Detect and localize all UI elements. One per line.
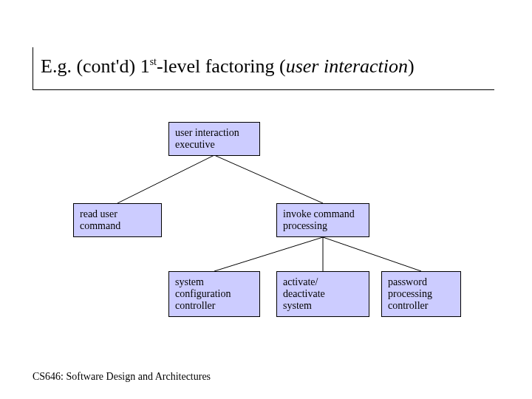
svg-line-1 xyxy=(214,155,323,203)
title-italic: user interaction xyxy=(286,55,408,77)
footer-text: CS646: Software Design and Architectures xyxy=(33,371,211,383)
title-part-post: ) xyxy=(408,55,415,77)
node-c1-line3: controller xyxy=(175,300,215,311)
node-right-line1: invoke command xyxy=(283,208,355,219)
node-read-user-command: read user command xyxy=(73,203,162,237)
title-part-mid: -level factoring ( xyxy=(157,55,286,77)
node-c2-line2: deactivate xyxy=(283,288,325,299)
node-c3-line3: controller xyxy=(388,300,428,311)
title-superscript: st xyxy=(150,56,157,67)
node-left-line2: command xyxy=(80,220,120,231)
node-c2-line3: system xyxy=(283,300,312,311)
node-c3-line1: password xyxy=(388,276,427,287)
node-left-line1: read user xyxy=(80,208,117,219)
node-root: user interaction executive xyxy=(168,122,260,156)
node-c1-line2: configuration xyxy=(175,288,231,299)
node-c3-line2: processing xyxy=(388,288,432,299)
node-right-line2: processing xyxy=(283,220,327,231)
node-password-processing-controller: password processing controller xyxy=(381,271,461,317)
slide: E.g. (cont'd) 1st-level factoring (user … xyxy=(0,0,532,399)
title-part-pre: E.g. (cont'd) 1 xyxy=(41,55,150,77)
svg-line-0 xyxy=(117,155,214,203)
node-c1-line1: system xyxy=(175,276,204,287)
svg-line-4 xyxy=(323,237,421,271)
node-activate-deactivate-system: activate/ deactivate system xyxy=(276,271,369,317)
page-title: E.g. (cont'd) 1st-level factoring (user … xyxy=(41,56,494,78)
title-container: E.g. (cont'd) 1st-level factoring (user … xyxy=(33,47,494,90)
node-root-line2: executive xyxy=(175,139,215,150)
node-system-configuration-controller: system configuration controller xyxy=(168,271,260,317)
svg-line-2 xyxy=(214,237,323,271)
node-invoke-command-processing: invoke command processing xyxy=(276,203,369,237)
node-c2-line1: activate/ xyxy=(283,276,318,287)
node-root-line1: user interaction xyxy=(175,127,239,138)
